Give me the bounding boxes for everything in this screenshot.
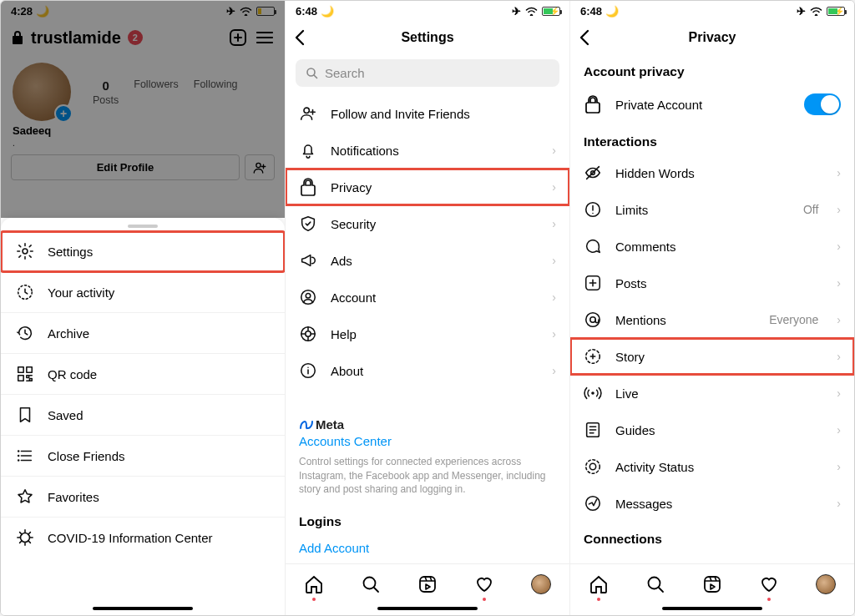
shield-icon (299, 215, 317, 233)
lock-icon (584, 95, 602, 114)
profile-tab[interactable] (531, 574, 551, 594)
activity-tab[interactable] (759, 574, 779, 594)
airplane-icon: ✈︎ (512, 5, 521, 18)
discover-people-button[interactable] (245, 154, 275, 180)
home-tab[interactable] (589, 574, 609, 594)
privacy-row-story[interactable]: Story› (570, 338, 854, 375)
row-label: Posts (615, 276, 823, 290)
chevron-right-icon: › (552, 327, 556, 341)
privacy-row-limits[interactable]: LimitsOff› (570, 191, 854, 228)
create-icon[interactable] (228, 28, 248, 48)
chevron-right-icon: › (552, 254, 556, 267)
avatar[interactable]: + (13, 63, 71, 121)
profile-header: trustlamide 2 (1, 21, 285, 54)
story-plus-icon (584, 347, 602, 366)
svg-rect-19 (420, 577, 435, 592)
chevron-right-icon: › (552, 217, 556, 230)
following-stat[interactable]: Following (194, 78, 238, 106)
sheet-item-label: COVID-19 Information Center (48, 531, 213, 545)
bell-icon (299, 141, 317, 159)
row-label: Account (331, 290, 539, 305)
messages-icon (584, 494, 602, 512)
search-tab[interactable] (645, 574, 665, 594)
menu-icon[interactable] (255, 29, 275, 46)
comment-icon (584, 237, 602, 255)
sheet-item-label: Close Friends (48, 449, 125, 463)
privacy-row-mentions[interactable]: MentionsEveryone› (570, 301, 854, 338)
live-icon (584, 384, 602, 402)
history-icon (16, 324, 34, 342)
sheet-item-label: QR code (48, 367, 97, 381)
privacy-row-live[interactable]: Live› (570, 375, 854, 412)
settings-row-notifications[interactable]: Notifications› (286, 132, 569, 169)
battery-icon (256, 7, 275, 16)
privacy-row-activity-status[interactable]: Activity Status› (570, 448, 854, 485)
row-label: Guides (615, 423, 823, 437)
privacy-row-guides[interactable]: Guides› (570, 412, 854, 448)
row-label: Story (615, 350, 823, 364)
home-indicator (93, 607, 193, 610)
chevron-right-icon: › (837, 240, 841, 253)
battery-charging-icon (542, 7, 560, 16)
qr-icon (16, 365, 34, 383)
edit-profile-button[interactable]: Edit Profile (11, 154, 240, 180)
followers-stat[interactable]: Followers (134, 78, 179, 106)
reels-tab[interactable] (702, 574, 722, 594)
add-account-link[interactable]: Add Account (286, 538, 569, 563)
chevron-right-icon: › (837, 203, 841, 216)
bio-dot: . (1, 139, 285, 154)
accounts-center-link[interactable]: Accounts Center (299, 432, 556, 455)
svg-point-28 (586, 460, 600, 474)
add-story-plus-icon[interactable]: + (54, 104, 73, 123)
clock-dotted-icon (16, 283, 34, 301)
search-placeholder: Search (325, 66, 365, 80)
settings-row-help[interactable]: Help› (286, 316, 569, 352)
sheet-item-your-activity[interactable]: Your activity (1, 272, 285, 313)
sheet-item-saved[interactable]: Saved (1, 395, 285, 436)
privacy-row-posts[interactable]: Posts› (570, 265, 854, 301)
svg-rect-4 (18, 367, 23, 372)
account-icon (299, 288, 317, 306)
wifi-icon (810, 7, 822, 16)
search-input[interactable]: Search (296, 59, 559, 87)
notification-badge: 2 (128, 30, 143, 45)
posts-stat[interactable]: 0 Posts (93, 78, 119, 106)
sheet-item-favorites[interactable]: Favorites (1, 477, 285, 518)
sheet-item-settings[interactable]: Settings (1, 231, 285, 272)
svg-rect-6 (18, 376, 23, 381)
privacy-row-comments[interactable]: Comments› (570, 228, 854, 265)
privacy-row-messages[interactable]: Messages› (570, 485, 854, 522)
sheet-grabber[interactable] (128, 225, 158, 228)
settings-row-security[interactable]: Security› (286, 205, 569, 242)
privacy-pane: 6:48 🌙 ✈︎ ⚡ Privacy Account privacy Priv… (570, 1, 854, 615)
settings-row-privacy[interactable]: Privacy› (286, 169, 569, 205)
nav-header: Privacy (570, 21, 854, 54)
airplane-icon: ✈︎ (226, 5, 235, 18)
guides-icon (584, 421, 602, 439)
reels-tab[interactable] (417, 574, 438, 594)
home-tab[interactable] (304, 574, 324, 594)
row-label: Mentions (615, 313, 756, 327)
privacy-row-hidden-words[interactable]: Hidden Words› (570, 154, 854, 191)
back-button[interactable] (294, 29, 305, 46)
username[interactable]: trustlamide (31, 28, 121, 48)
profile-tab[interactable] (816, 574, 836, 594)
sheet-item-qr-code[interactable]: QR code (1, 354, 285, 395)
lock-icon (299, 178, 317, 196)
gear-icon (16, 242, 34, 260)
display-name: Sadeeq (1, 121, 285, 139)
settings-row-follow-and-invite-friends[interactable]: Follow and Invite Friends (286, 95, 569, 132)
row-label: Live (615, 386, 823, 401)
private-account-toggle[interactable] (804, 93, 841, 115)
search-tab[interactable] (361, 574, 381, 594)
settings-row-ads[interactable]: Ads› (286, 242, 569, 279)
wifi-icon (240, 7, 252, 16)
sheet-item-archive[interactable]: Archive (1, 313, 285, 354)
settings-row-account[interactable]: Account› (286, 279, 569, 316)
sheet-item-close-friends[interactable]: Close Friends (1, 436, 285, 477)
status-time: 6:48 (296, 5, 317, 18)
settings-row-about[interactable]: About› (286, 352, 569, 389)
activity-tab[interactable] (474, 574, 494, 594)
back-button[interactable] (579, 29, 589, 46)
sheet-item-covid-19-information-center[interactable]: COVID-19 Information Center (1, 518, 285, 558)
